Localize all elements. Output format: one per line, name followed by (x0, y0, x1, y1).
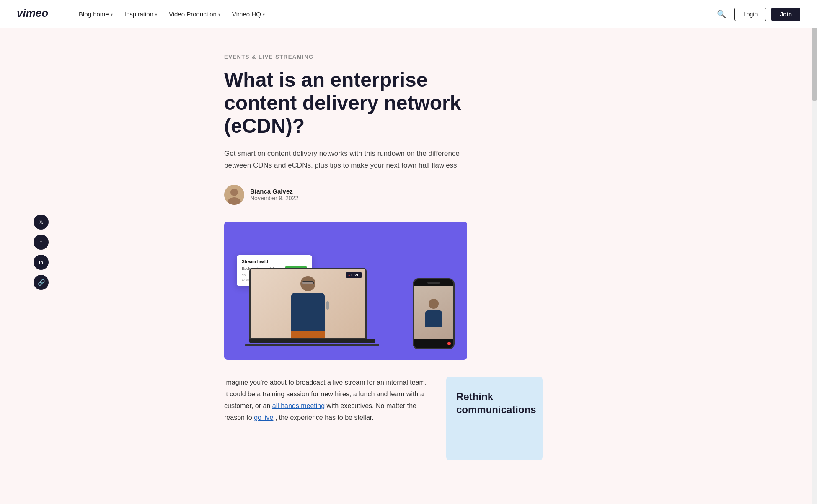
chevron-down-icon: ▾ (263, 12, 265, 17)
linkedin-share-button[interactable]: in (34, 255, 49, 270)
social-sidebar: 𝕏 f in 🔗 (34, 215, 49, 290)
live-badge: LIVE (346, 272, 362, 278)
chevron-down-icon: ▾ (218, 12, 220, 17)
article-text: Imagine you're about to broadcast a live… (224, 377, 429, 430)
copy-link-button[interactable]: 🔗 (34, 275, 49, 290)
navbar: vimeo Blog home ▾ Inspiration ▾ Video Pr… (0, 0, 817, 28)
sidebar-ad: Rethink communications (446, 377, 543, 460)
laptop-mockup: LIVE (249, 268, 375, 352)
hero-image: Stream health Backup stream status Conne… (224, 222, 467, 360)
svg-point-2 (230, 189, 238, 196)
facebook-icon: f (40, 239, 42, 246)
article-category: EVENTS & LIVE STREAMING (224, 54, 543, 60)
search-button[interactable]: 🔍 (714, 6, 729, 22)
linkedin-icon: in (39, 260, 43, 265)
all-hands-link[interactable]: all hands meeting (272, 402, 325, 409)
article-body-section: Imagine you're about to broadcast a live… (224, 377, 543, 460)
author-date: November 9, 2022 (250, 195, 298, 202)
join-button[interactable]: Join (771, 8, 800, 21)
twitter-icon: 𝕏 (39, 219, 43, 225)
nav-right: 🔍 Login Join (714, 6, 800, 22)
scrollbar-thumb[interactable] (812, 25, 817, 101)
author-avatar (224, 185, 244, 205)
phone-rec-dot (447, 342, 451, 345)
logo[interactable]: vimeo (17, 8, 54, 21)
go-live-link[interactable]: go live (254, 414, 273, 421)
svg-text:vimeo: vimeo (17, 8, 48, 19)
search-icon: 🔍 (717, 10, 726, 18)
nav-blog-home[interactable]: Blog home ▾ (75, 7, 117, 21)
login-button[interactable]: Login (734, 8, 766, 21)
chevron-down-icon: ▾ (155, 12, 157, 17)
scrollbar[interactable] (812, 0, 817, 504)
nav-vimeo-hq[interactable]: Vimeo HQ ▾ (228, 7, 269, 21)
link-icon: 🔗 (38, 279, 45, 286)
facebook-share-button[interactable]: f (34, 235, 49, 250)
article-paragraph-1: Imagine you're about to broadcast a live… (224, 377, 429, 424)
nav-inspiration[interactable]: Inspiration ▾ (120, 7, 161, 21)
nav-video-production[interactable]: Video Production ▾ (165, 7, 225, 21)
nav-links: Blog home ▾ Inspiration ▾ Video Producti… (75, 7, 714, 21)
phone-mockup (413, 278, 455, 349)
twitter-share-button[interactable]: 𝕏 (34, 215, 49, 230)
article-subtitle: Get smart on content delivery networks w… (224, 148, 467, 171)
stream-health-title: Stream health (242, 259, 307, 264)
chevron-down-icon: ▾ (111, 12, 113, 17)
article-title: What is an enterprise content delivery n… (224, 68, 467, 138)
author-name: Bianca Galvez (250, 188, 298, 195)
author-info: Bianca Galvez November 9, 2022 (250, 188, 298, 202)
sidebar-ad-title: Rethink communications (456, 390, 533, 416)
author-row: Bianca Galvez November 9, 2022 (224, 185, 543, 205)
